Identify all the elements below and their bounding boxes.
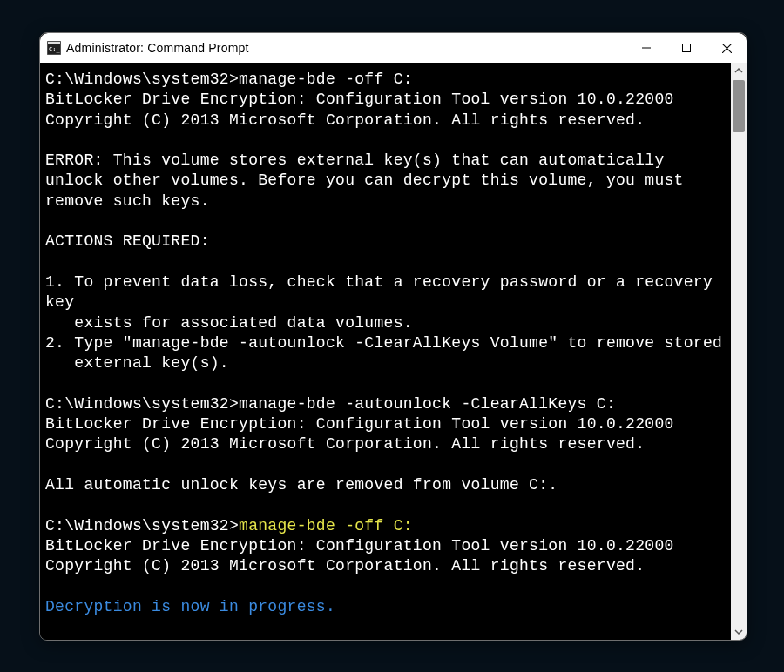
- terminal-text: Copyright (C) 2013 Microsoft Corporation…: [45, 111, 645, 129]
- terminal-line: BitLocker Drive Encryption: Configuratio…: [45, 536, 726, 556]
- window-controls: [626, 33, 747, 63]
- terminal-line: external key(s).: [45, 353, 726, 373]
- terminal-line: Decryption is now in progress.: [45, 597, 726, 617]
- svg-rect-1: [48, 42, 60, 44]
- terminal-line: [45, 131, 726, 151]
- prompt-path: C:\Windows\system32>: [45, 395, 239, 413]
- prompt-path: C:\Windows\system32>: [45, 71, 239, 88]
- terminal-text: 1. To prevent data loss, check that a re…: [45, 273, 722, 311]
- terminal-line: 1. To prevent data loss, check that a re…: [45, 272, 726, 313]
- terminal-line: [45, 252, 726, 272]
- svg-rect-4: [683, 44, 691, 52]
- terminal-line: [45, 373, 726, 393]
- terminal-line: 2. Type "manage-bde -autounlock -ClearAl…: [45, 333, 726, 353]
- terminal-line: Copyright (C) 2013 Microsoft Corporation…: [45, 111, 726, 131]
- svg-text:C:_: C:_: [49, 46, 60, 53]
- terminal-line: BitLocker Drive Encryption: Configuratio…: [45, 414, 726, 434]
- terminal-line: [45, 617, 726, 637]
- terminal-output[interactable]: C:\Windows\system32>manage-bde -off C:Bi…: [40, 63, 729, 640]
- scroll-up-button[interactable]: [731, 63, 747, 78]
- terminal-line: exists for associated data volumes.: [45, 313, 726, 333]
- chevron-up-icon: [734, 66, 743, 75]
- titlebar[interactable]: C:_ Administrator: Command Prompt: [40, 33, 747, 63]
- terminal-line: BitLocker Drive Encryption: Configuratio…: [45, 90, 726, 110]
- terminal-line: ACTIONS REQUIRED:: [45, 232, 726, 252]
- terminal-line: C:\Windows\system32>manage-bde -autounlo…: [45, 394, 726, 414]
- chevron-down-icon: [734, 628, 743, 636]
- command-text: manage-bde -autounlock -ClearAllKeys C:: [239, 395, 616, 413]
- cmd-icon: C:_: [47, 41, 61, 55]
- terminal-text: BitLocker Drive Encryption: Configuratio…: [45, 415, 674, 433]
- maximize-icon: [682, 44, 691, 52]
- terminal-text: Copyright (C) 2013 Microsoft Corporation…: [45, 557, 645, 575]
- terminal-line: [45, 495, 726, 515]
- terminal-text: ACTIONS REQUIRED:: [45, 232, 210, 250]
- terminal-line: [45, 455, 726, 475]
- scroll-down-button[interactable]: [731, 624, 747, 640]
- terminal-line: Copyright (C) 2013 Microsoft Corporation…: [45, 556, 726, 576]
- terminal-line: ERROR: This volume stores external key(s…: [45, 151, 726, 212]
- terminal-text: Copyright (C) 2013 Microsoft Corporation…: [45, 435, 645, 453]
- scrollbar-track[interactable]: [731, 63, 747, 640]
- terminal-line: C:\Windows\system32>: [45, 637, 726, 641]
- command-text: manage-bde -off C:: [239, 71, 413, 88]
- terminal-text: BitLocker Drive Encryption: Configuratio…: [45, 91, 674, 108]
- close-button[interactable]: [706, 33, 747, 63]
- terminal-text: BitLocker Drive Encryption: Configuratio…: [45, 537, 674, 554]
- command-text: manage-bde -off C:: [239, 517, 413, 534]
- command-prompt-window: C:_ Administrator: Command Prompt: [39, 32, 747, 641]
- terminal-line: All automatic unlock keys are removed fr…: [45, 475, 726, 495]
- terminal-text: external key(s).: [45, 354, 229, 372]
- terminal-area: C:\Windows\system32>manage-bde -off C:Bi…: [40, 63, 747, 640]
- minimize-icon: [642, 44, 651, 52]
- maximize-button[interactable]: [666, 33, 706, 63]
- terminal-line: [45, 576, 726, 596]
- terminal-text: exists for associated data volumes.: [45, 314, 413, 332]
- prompt-path: C:\Windows\system32>: [45, 517, 239, 534]
- terminal-text: 2. Type "manage-bde -autounlock -ClearAl…: [45, 334, 722, 352]
- scroll-thumb[interactable]: [733, 80, 745, 132]
- status-message: Decryption is now in progress.: [45, 598, 335, 615]
- terminal-line: [45, 212, 726, 232]
- terminal-line: Copyright (C) 2013 Microsoft Corporation…: [45, 434, 726, 454]
- close-icon: [722, 44, 732, 53]
- minimize-button[interactable]: [626, 33, 666, 63]
- terminal-line: C:\Windows\system32>manage-bde -off C:: [45, 516, 726, 536]
- terminal-line: C:\Windows\system32>manage-bde -off C:: [45, 70, 726, 90]
- prompt-path: C:\Windows\system32>: [45, 638, 239, 641]
- terminal-text: ERROR: This volume stores external key(s…: [45, 151, 693, 210]
- window-title: Administrator: Command Prompt: [66, 41, 249, 55]
- terminal-text: All automatic unlock keys are removed fr…: [45, 476, 558, 494]
